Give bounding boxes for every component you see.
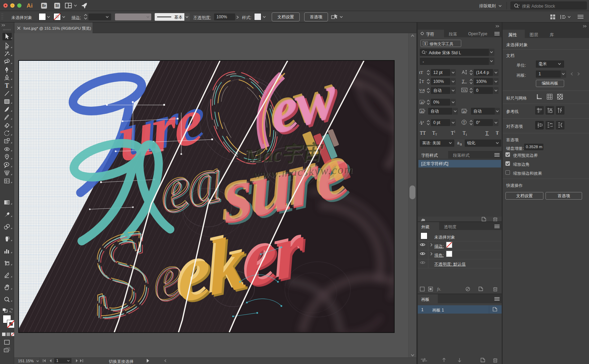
svg-text:VA: VA (462, 88, 466, 92)
svg-text:TT: TT (420, 131, 426, 136)
svg-text:a: a (460, 142, 462, 145)
svg-text:T1: T1 (451, 130, 455, 136)
svg-text:T: T (422, 79, 424, 84)
svg-text:T: T (424, 42, 426, 46)
svg-text:tT: tT (419, 70, 423, 75)
svg-text:あ: あ (463, 110, 466, 113)
svg-text:Mac宇宙: Mac宇宙 (244, 141, 325, 167)
svg-text:T: T (463, 121, 465, 124)
svg-text:V/A: V/A (419, 88, 425, 92)
svg-text:a: a (423, 120, 424, 123)
svg-text:a: a (457, 141, 460, 145)
svg-text:TT: TT (432, 131, 437, 136)
svg-text:ea: ea (158, 143, 223, 228)
svg-text:Ŧ: Ŧ (496, 131, 499, 136)
svg-text:T1: T1 (463, 131, 467, 136)
svg-text:fx.: fx. (437, 287, 441, 291)
svg-text:T: T (5, 82, 9, 89)
svg-text:あ: あ (421, 101, 424, 104)
svg-text:あ: あ (421, 110, 424, 113)
